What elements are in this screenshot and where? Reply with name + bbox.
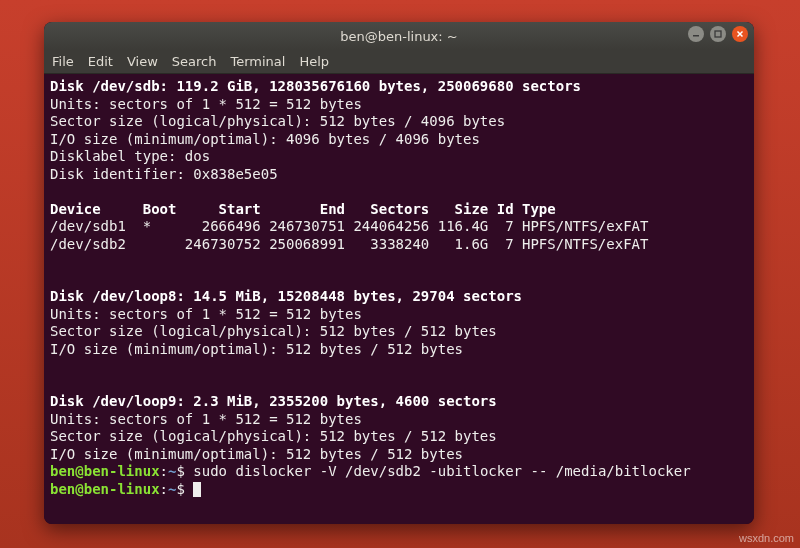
command-text: sudo dislocker -V /dev/sdb2 -ubitlocker … bbox=[193, 463, 690, 479]
output-line: Disk identifier: 0x838e5e05 bbox=[50, 166, 278, 182]
terminal-content[interactable]: Disk /dev/sdb: 119.2 GiB, 128035676160 b… bbox=[44, 74, 754, 524]
prompt-userhost: ben@ben-linux bbox=[50, 481, 160, 497]
output-line: Sector size (logical/physical): 512 byte… bbox=[50, 113, 505, 129]
prompt-userhost: ben@ben-linux bbox=[50, 463, 160, 479]
prompt-dollar: $ bbox=[176, 481, 193, 497]
output-line: Disklabel type: dos bbox=[50, 148, 210, 164]
prompt-dollar: $ bbox=[176, 463, 193, 479]
close-button[interactable] bbox=[732, 26, 748, 42]
menu-file[interactable]: File bbox=[52, 54, 74, 69]
svg-rect-1 bbox=[715, 31, 721, 37]
output-line: Units: sectors of 1 * 512 = 512 bytes bbox=[50, 411, 362, 427]
menubar: File Edit View Search Terminal Help bbox=[44, 50, 754, 74]
prompt-colon: : bbox=[160, 481, 168, 497]
menu-search[interactable]: Search bbox=[172, 54, 217, 69]
output-line: Units: sectors of 1 * 512 = 512 bytes bbox=[50, 96, 362, 112]
minimize-button[interactable] bbox=[688, 26, 704, 42]
titlebar[interactable]: ben@ben-linux: ~ bbox=[44, 22, 754, 50]
cursor-icon bbox=[193, 482, 201, 497]
maximize-button[interactable] bbox=[710, 26, 726, 42]
menu-view[interactable]: View bbox=[127, 54, 158, 69]
svg-rect-0 bbox=[693, 35, 699, 37]
menu-terminal[interactable]: Terminal bbox=[230, 54, 285, 69]
output-line: Disk /dev/loop8: 14.5 MiB, 15208448 byte… bbox=[50, 288, 522, 304]
menu-edit[interactable]: Edit bbox=[88, 54, 113, 69]
partition-header: Device Boot Start End Sectors Size Id Ty… bbox=[50, 201, 556, 217]
window-title: ben@ben-linux: ~ bbox=[340, 29, 457, 44]
window-controls bbox=[688, 26, 748, 42]
prompt-colon: : bbox=[160, 463, 168, 479]
output-line: Disk /dev/sdb: 119.2 GiB, 128035676160 b… bbox=[50, 78, 581, 94]
partition-row: /dev/sdb1 * 2666496 246730751 244064256 … bbox=[50, 218, 648, 234]
partition-row: /dev/sdb2 246730752 250068991 3338240 1.… bbox=[50, 236, 648, 252]
output-line: I/O size (minimum/optimal): 4096 bytes /… bbox=[50, 131, 480, 147]
menu-help[interactable]: Help bbox=[299, 54, 329, 69]
output-line: I/O size (minimum/optimal): 512 bytes / … bbox=[50, 446, 463, 462]
output-line: I/O size (minimum/optimal): 512 bytes / … bbox=[50, 341, 463, 357]
terminal-window: ben@ben-linux: ~ File Edit View Search T… bbox=[44, 22, 754, 524]
output-line: Sector size (logical/physical): 512 byte… bbox=[50, 428, 497, 444]
watermark-text: wsxdn.com bbox=[739, 532, 794, 544]
output-line: Units: sectors of 1 * 512 = 512 bytes bbox=[50, 306, 362, 322]
output-line: Disk /dev/loop9: 2.3 MiB, 2355200 bytes,… bbox=[50, 393, 497, 409]
output-line: Sector size (logical/physical): 512 byte… bbox=[50, 323, 497, 339]
